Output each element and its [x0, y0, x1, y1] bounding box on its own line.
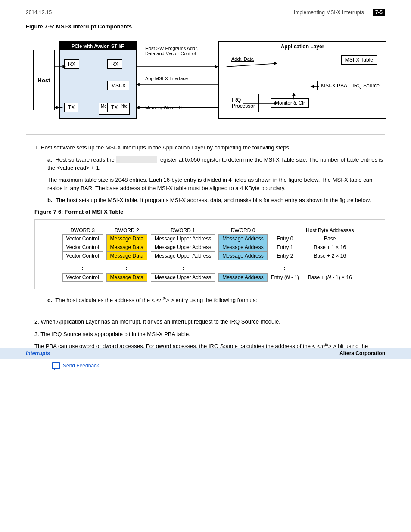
diagram-container: Host PCIe with Avalon-ST I/F RX RX MSI-X…: [26, 34, 385, 135]
svg-marker-9: [136, 106, 140, 109]
app-monitor: Monitor & Clr: [271, 98, 309, 108]
cell-msgaddr-1: Message Address: [218, 243, 267, 252]
col-entry: [269, 227, 301, 234]
page-header: 2014.12.15 Implementing MSI-X Interrupts…: [26, 9, 385, 16]
table-row: Vector Control Message Data Message Uppe…: [61, 234, 359, 243]
app-irq-proc: IRQ Processor: [228, 94, 259, 112]
msix-table-container: DWORD 3 DWORD 2 DWORD 1 DWORD 0 Host Byt…: [34, 219, 385, 289]
register-placeholder: [116, 156, 157, 163]
msix-format-table: DWORD 3 DWORD 2 DWORD 1 DWORD 0 Host Byt…: [61, 227, 359, 282]
base-label-n: Base + (N - 1) × 16: [301, 273, 359, 282]
entry-label-0: Entry 0: [269, 234, 301, 243]
col-dword1: DWORD 1: [149, 227, 217, 234]
host-box: Host: [33, 50, 55, 110]
memory-write-tlp-label: Memory Write TLP: [145, 105, 184, 110]
footer-left: Interrupts: [26, 350, 50, 356]
list-item-2: 2. When Application Layer has an interru…: [34, 317, 385, 326]
send-feedback-link[interactable]: Send Feedback: [63, 363, 99, 369]
cell-msgaddr-n: Message Address: [218, 273, 267, 282]
footer-bar: Interrupts Altera Corporation: [0, 348, 411, 359]
lettered-item-c: c. The host calculates the address of th…: [47, 296, 385, 305]
cell-vector-2: Vector Control: [62, 252, 103, 260]
figure-7-6-title: Figure 7-6: Format of MSI-X Table: [34, 208, 385, 215]
app-irq-source: IRQ Source: [349, 81, 383, 90]
page-number: 7-5: [373, 9, 385, 16]
section-label: Implementing MSI-X Interrupts: [294, 9, 364, 16]
lettered-item-a: a. Host software reads the register at 0…: [47, 156, 385, 193]
base-label-0: Base: [301, 234, 359, 243]
dots-row: ⋮ ⋮ ⋮ ⋮ ⋮ ⋮: [61, 260, 359, 273]
item1-text: 1. Host software sets up the MSI-X inter…: [34, 143, 385, 152]
cell-msgdata-0: Message Data: [106, 234, 147, 243]
entry-label-1: Entry 1: [269, 243, 301, 252]
base-label-1: Base + 1 × 16: [301, 243, 359, 252]
svg-marker-5: [215, 65, 218, 68]
col-dword2: DWORD 2: [105, 227, 149, 234]
date-label: 2014.12.15: [26, 9, 52, 16]
pcie-rx1: RX: [64, 59, 79, 69]
app-layer-title: Application Layer: [219, 42, 386, 51]
col-host-addr: Host Byte Addresses: [301, 227, 359, 234]
cell-msgaddr-0: Message Address: [218, 234, 267, 243]
list-item-1: 1. Host software sets up the MSI-X inter…: [34, 143, 385, 204]
app-msix-pba: MSI-X PBA: [317, 81, 351, 90]
app-layer-box: Application Layer MSI-X Table MSI-X PBA …: [218, 41, 386, 119]
cell-msgupper-1: Message Upper Address: [151, 243, 215, 252]
pcie-tx1: TX: [64, 103, 78, 112]
base-label-2: Base + 2 × 16: [301, 252, 359, 260]
pcie-box: PCIe with Avalon-ST I/F RX RX MSI-X Memo…: [59, 41, 137, 119]
cell-msgdata-n: Message Data: [106, 273, 147, 282]
pcie-tx2: TX: [107, 103, 121, 112]
cell-msgaddr-2: Message Address: [218, 252, 267, 260]
entry-label-2: Entry 2: [269, 252, 301, 260]
lettered-list: a. Host software reads the register at 0…: [47, 156, 385, 205]
cell-vector-1: Vector Control: [62, 243, 103, 252]
table-row: Vector Control Message Data Message Uppe…: [61, 243, 359, 252]
cell-vector-n: Vector Control: [62, 273, 103, 282]
col-dword0: DWORD 0: [217, 227, 269, 234]
footer-right: Altera Corporation: [339, 350, 385, 356]
cell-msgdata-1: Message Data: [106, 243, 147, 252]
table-header-row: DWORD 3 DWORD 2 DWORD 1 DWORD 0 Host Byt…: [61, 227, 359, 234]
app-msix-table: MSI-X Table: [341, 55, 377, 65]
cell-msgupper-n: Message Upper Address: [151, 273, 215, 282]
pcie-title: PCIe with Avalon-ST I/F: [60, 42, 136, 50]
lettered-item-b: b. The host sets up the MSI-X table. It …: [47, 196, 385, 205]
addr-data-label: Addr, Data: [231, 56, 254, 62]
item-a-para2: The maximum table size is 2048 entries. …: [47, 176, 385, 193]
cell-msgupper-0: Message Upper Address: [151, 234, 215, 243]
host-sw-label: Host SW Programs Addr, Data and Vector C…: [145, 46, 206, 56]
cell-msgupper-2: Message Upper Address: [151, 252, 215, 260]
col-dword3: DWORD 3: [61, 227, 105, 234]
cell-msgdata-2: Message Data: [106, 252, 147, 260]
svg-marker-7: [136, 83, 140, 86]
table-row-last: Vector Control Message Data Message Uppe…: [61, 273, 359, 282]
app-msi-label: App MSI-X Interface: [145, 76, 188, 81]
pcie-rx2: RX: [107, 59, 122, 69]
send-feedback-area[interactable]: Send Feedback: [26, 362, 99, 369]
main-list: 1. Host software sets up the MSI-X inter…: [34, 143, 385, 359]
entry-label-n: Entry (N - 1): [269, 273, 301, 282]
figure-7-5-title: Figure 7-5: MSI-X Interrupt Components: [26, 23, 385, 30]
cell-vector-0: Vector Control: [62, 234, 103, 243]
table-row: Vector Control Message Data Message Uppe…: [61, 252, 359, 260]
nth-formula: <nth>: [156, 297, 169, 303]
feedback-icon: [52, 362, 60, 369]
pcie-msi: MSI-X: [107, 81, 129, 90]
diagram-inner: Host PCIe with Avalon-ST I/F RX RX MSI-X…: [33, 41, 378, 128]
